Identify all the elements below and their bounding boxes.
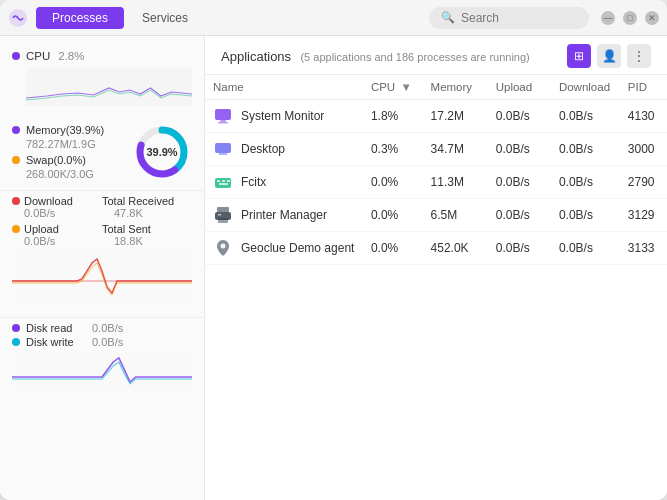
net-row: Download 0.0B/s Total Received 47.8K xyxy=(12,195,192,219)
cpu-value: 0.0% xyxy=(363,232,423,265)
app-icon xyxy=(8,8,28,28)
panel-header: Applications (5 applications and 186 pro… xyxy=(205,36,667,75)
svg-rect-9 xyxy=(218,122,228,124)
svg-rect-19 xyxy=(218,218,228,223)
app-icon xyxy=(213,139,233,159)
download-item: Download 0.0B/s xyxy=(12,195,102,219)
sidebar: CPU 2.8% Memory(39.9%) xyxy=(0,36,205,500)
app-icon xyxy=(213,172,233,192)
svg-rect-16 xyxy=(219,183,228,185)
close-button[interactable]: ✕ xyxy=(645,11,659,25)
upload-value: 0.0B/s xyxy=(488,166,551,199)
download-value: 0.0B/s xyxy=(551,100,620,133)
pid-value: 3000 xyxy=(620,133,667,166)
sort-arrow-icon: ▼ xyxy=(400,81,411,93)
download-value: 0.0B/s xyxy=(551,166,620,199)
tab-processes[interactable]: Processes xyxy=(36,7,124,29)
table-body: System Monitor 1.8% 17.2M 0.0B/s 0.0B/s … xyxy=(205,100,667,265)
disk-read-row: Disk read 0.0B/s xyxy=(12,322,192,334)
svg-rect-1 xyxy=(26,68,192,106)
tab-services[interactable]: Services xyxy=(126,7,204,29)
search-input[interactable] xyxy=(461,11,577,25)
applications-table: Name CPU ▼ Memory Upload Download PID xyxy=(205,75,667,265)
cpu-section: CPU 2.8% xyxy=(0,46,204,118)
memory-section: Memory(39.9%) 782.27M/1.9G Swap(0.0%) 26… xyxy=(0,118,204,186)
window-controls: — □ ✕ xyxy=(601,11,659,25)
svg-rect-14 xyxy=(222,180,225,182)
table-header: Name CPU ▼ Memory Upload Download PID xyxy=(205,75,667,100)
upload-value: 0.0B/s xyxy=(24,235,102,247)
memory-dot xyxy=(12,126,20,134)
tab-group: Processes Services xyxy=(36,7,204,29)
upload-value: 0.0B/s xyxy=(488,199,551,232)
app-name: Printer Manager xyxy=(241,208,327,222)
total-sent-value: 18.8K xyxy=(114,235,192,247)
upload-value: 0.0B/s xyxy=(488,100,551,133)
table-row[interactable]: Desktop 0.3% 34.7M 0.0B/s 0.0B/s 3000 xyxy=(205,133,667,166)
cpu-value: 0.3% xyxy=(363,133,423,166)
memory-text: Memory(39.9%) 782.27M/1.9G Swap(0.0%) 26… xyxy=(12,124,124,180)
app-name: Geoclue Demo agent xyxy=(241,241,354,255)
main-content: CPU 2.8% Memory(39.9%) xyxy=(0,36,667,500)
swap-dot xyxy=(12,156,20,164)
memory-value: 34.7M xyxy=(423,133,488,166)
download-value: 0.0B/s xyxy=(551,232,620,265)
table-row[interactable]: Printer Manager 0.0% 6.5M 0.0B/s 0.0B/s … xyxy=(205,199,667,232)
donut-label: 39.9% xyxy=(146,146,177,158)
col-header-pid: PID xyxy=(620,75,667,100)
svg-rect-13 xyxy=(217,180,220,182)
col-header-name: Name xyxy=(205,75,363,100)
app-name: Desktop xyxy=(241,142,285,156)
pid-value: 3129 xyxy=(620,199,667,232)
upload-value: 0.0B/s xyxy=(488,232,551,265)
col-header-memory: Memory xyxy=(423,75,488,100)
cpu-value: 0.0% xyxy=(363,199,423,232)
pid-value: 2790 xyxy=(620,166,667,199)
app-name: Fcitx xyxy=(241,175,266,189)
pid-value: 4130 xyxy=(620,100,667,133)
table-row[interactable]: Fcitx 0.0% 11.3M 0.0B/s 0.0B/s 2790 xyxy=(205,166,667,199)
cpu-label: CPU 2.8% xyxy=(12,50,192,62)
download-dot xyxy=(12,197,20,205)
upload-dot xyxy=(12,225,20,233)
svg-rect-10 xyxy=(215,143,231,153)
memory-value: 11.3M xyxy=(423,166,488,199)
svg-point-21 xyxy=(221,244,226,249)
disk-read-dot xyxy=(12,324,20,332)
svg-rect-20 xyxy=(218,214,221,216)
disk-read-value: 0.0B/s xyxy=(92,322,123,334)
cpu-value: 1.8% xyxy=(363,100,423,133)
upload-value: 0.0B/s xyxy=(488,133,551,166)
total-received-value: 47.8K xyxy=(114,207,192,219)
svg-rect-11 xyxy=(219,153,227,155)
memory-value: 452.0K xyxy=(423,232,488,265)
minimize-button[interactable]: — xyxy=(601,11,615,25)
table-row[interactable]: Geoclue Demo agent 0.0% 452.0K 0.0B/s 0.… xyxy=(205,232,667,265)
disk-section: Disk read 0.0B/s Disk write 0.0B/s xyxy=(0,317,204,396)
right-panel: Applications (5 applications and 186 pro… xyxy=(205,36,667,500)
end-process-button[interactable]: 👤 xyxy=(597,44,621,68)
network-section: Download 0.0B/s Total Received 47.8K Upl… xyxy=(0,190,204,313)
download-value: 0.0B/s xyxy=(24,207,102,219)
restore-button[interactable]: □ xyxy=(623,11,637,25)
memory-value: 6.5M xyxy=(423,199,488,232)
table-row[interactable]: System Monitor 1.8% 17.2M 0.0B/s 0.0B/s … xyxy=(205,100,667,133)
cpu-chart xyxy=(26,68,192,106)
search-bar[interactable]: 🔍 xyxy=(429,7,589,29)
process-table: Name CPU ▼ Memory Upload Download PID xyxy=(205,75,667,500)
network-chart xyxy=(12,251,192,301)
memory-value: 17.2M xyxy=(423,100,488,133)
titlebar: Processes Services 🔍 — □ ✕ xyxy=(0,0,667,36)
col-header-upload: Upload xyxy=(488,75,551,100)
disk-write-dot xyxy=(12,338,20,346)
more-button[interactable]: ⋮ xyxy=(627,44,651,68)
app-name: System Monitor xyxy=(241,109,324,123)
total-received-item: Total Received 47.8K xyxy=(102,195,192,219)
view-toggle-button[interactable]: ⊞ xyxy=(567,44,591,68)
svg-rect-7 xyxy=(215,109,231,120)
col-header-cpu[interactable]: CPU ▼ xyxy=(363,75,423,100)
svg-rect-17 xyxy=(217,207,229,212)
search-icon: 🔍 xyxy=(441,11,455,24)
app-icon xyxy=(213,205,233,225)
cpu-dot xyxy=(12,52,20,60)
